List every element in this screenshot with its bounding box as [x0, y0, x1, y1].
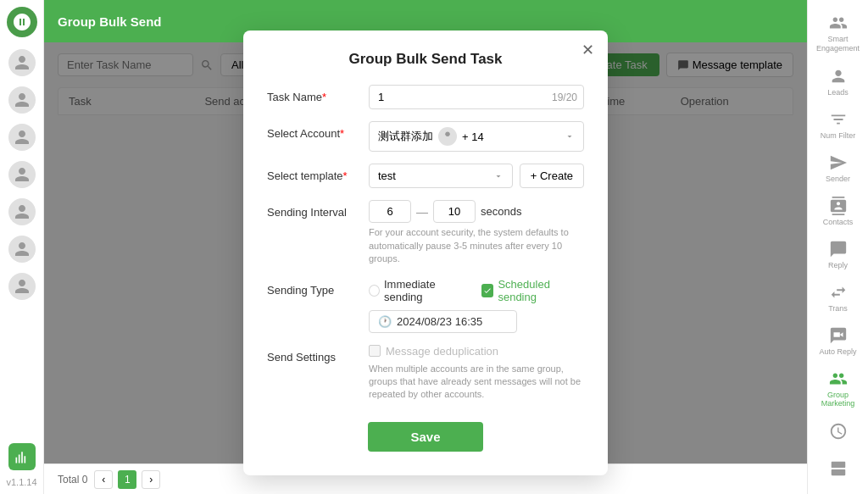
- right-smart-engagement[interactable]: SmartEngagement: [808, 7, 868, 60]
- template-chevron-icon: [493, 171, 504, 181]
- version-label: v1.1.14: [6, 477, 36, 487]
- selected-accounts: 测试群添加 + 14: [378, 127, 484, 146]
- dropdown-chevron-icon: [565, 131, 575, 142]
- immediate-label: Immediate sending: [384, 278, 470, 303]
- select-template-control: test + Create: [369, 164, 584, 188]
- account-avatar: [438, 127, 457, 146]
- sending-type-label: Sending Type: [267, 278, 369, 297]
- select-template-row: Select template* test + Create: [267, 164, 584, 188]
- prev-page-button[interactable]: ‹: [94, 470, 113, 489]
- select-account-control: 测试群添加 + 14: [369, 121, 584, 152]
- dedup-label: Message deduplication: [386, 345, 498, 358]
- modal-overlay: ✕ Group Bulk Send Task Task Name* 19/20 …: [44, 42, 807, 463]
- create-template-button[interactable]: + Create: [520, 164, 584, 188]
- topbar-title: Group Bulk Send: [58, 14, 162, 29]
- page-nav: ‹ 1 ›: [94, 470, 160, 489]
- sidebar-bottom: v1.1.14: [0, 438, 43, 487]
- immediate-sending-option[interactable]: Immediate sending: [369, 278, 470, 303]
- sending-type-row: Sending Type Immediate sending: [267, 278, 584, 333]
- sending-type-options: Immediate sending Scheduled sending: [369, 278, 584, 303]
- current-page: 1: [118, 470, 136, 489]
- sidebar-stats-icon[interactable]: [0, 438, 43, 475]
- modal-title: Group Bulk Send Task: [267, 51, 584, 68]
- sidebar-user-1[interactable]: [0, 44, 43, 81]
- sending-interval-control: — seconds For your account security, the…: [369, 200, 584, 265]
- task-name-control: 19/20: [369, 85, 584, 109]
- select-account-row: Select Account* 测试群添加 + 14: [267, 121, 584, 152]
- right-leads[interactable]: Leads: [808, 60, 868, 103]
- send-settings-label: Send Settings: [267, 345, 369, 364]
- account-name: 测试群添加: [378, 129, 433, 144]
- next-page-button[interactable]: ›: [142, 470, 160, 489]
- sidebar-user-4[interactable]: [0, 156, 43, 193]
- task-name-row: Task Name* 19/20: [267, 85, 584, 109]
- right-sidebar: SmartEngagement Leads Num Filter Sender …: [807, 0, 868, 494]
- sidebar-user-2[interactable]: [0, 81, 43, 119]
- modal-footer: Save: [267, 422, 584, 452]
- sending-interval-label: Sending Interval: [267, 200, 369, 219]
- right-settings[interactable]: [808, 490, 868, 494]
- interval-dash: —: [416, 205, 428, 219]
- modal-dialog: ✕ Group Bulk Send Task Task Name* 19/20 …: [243, 31, 608, 475]
- sending-type-control: Immediate sending Scheduled sending 🕐: [369, 278, 584, 333]
- send-settings-row: Send Settings Message deduplication When…: [267, 345, 584, 402]
- scheduled-checkbox: [481, 284, 494, 297]
- dedup-note: When multiple accounts are in the same g…: [369, 363, 584, 402]
- scheduled-sending-option[interactable]: Scheduled sending: [481, 278, 584, 303]
- main-content: Group Bulk Send All + Create Task Messag…: [44, 0, 807, 494]
- modal-close-button[interactable]: ✕: [581, 42, 594, 58]
- sidebar-user-7[interactable]: [0, 268, 43, 305]
- right-database[interactable]: [808, 452, 868, 485]
- char-count: 19/20: [552, 92, 577, 103]
- sidebar-user-3[interactable]: [0, 119, 43, 156]
- sidebar-user-6[interactable]: [0, 230, 43, 268]
- interval-unit: seconds: [481, 205, 521, 218]
- account-dropdown[interactable]: 测试群添加 + 14: [369, 121, 584, 152]
- template-dropdown[interactable]: test: [369, 164, 513, 188]
- datetime-picker[interactable]: 🕐 2024/08/23 16:35: [369, 310, 517, 333]
- content-area: All + Create Task Message template Task …: [44, 42, 807, 463]
- interval-note: For your account security, the system de…: [369, 226, 584, 265]
- account-more: + 14: [462, 130, 484, 143]
- right-clock[interactable]: [808, 415, 868, 447]
- left-sidebar: v1.1.14: [0, 0, 44, 494]
- dedup-checkbox[interactable]: [369, 345, 381, 357]
- right-group-marketing[interactable]: GroupMarketing: [808, 363, 868, 416]
- send-settings-control: Message deduplication When multiple acco…: [369, 345, 584, 402]
- scheduled-label: Scheduled sending: [498, 278, 584, 303]
- clock-icon: 🕐: [378, 315, 392, 328]
- interval-to-input[interactable]: [433, 200, 476, 223]
- task-name-label: Task Name*: [267, 85, 369, 103]
- right-trans[interactable]: Trans: [808, 276, 868, 319]
- total-label: Total 0: [58, 474, 87, 486]
- app-logo: [7, 7, 37, 37]
- right-contacts[interactable]: Contacts: [808, 190, 868, 233]
- interval-from-input[interactable]: [369, 200, 411, 223]
- sidebar-user-5[interactable]: [0, 193, 43, 230]
- sending-interval-row: Sending Interval — seconds For your acco…: [267, 200, 584, 265]
- right-reply[interactable]: Reply: [808, 233, 868, 276]
- save-button[interactable]: Save: [368, 422, 482, 452]
- dedup-row: Message deduplication: [369, 345, 498, 358]
- right-sender[interactable]: Sender: [808, 147, 868, 190]
- right-num-filter[interactable]: Num Filter: [808, 103, 868, 147]
- select-template-label: Select template*: [267, 164, 369, 182]
- select-account-label: Select Account*: [267, 121, 369, 140]
- right-auto-reply[interactable]: Auto Reply: [808, 319, 868, 363]
- template-value: test: [378, 169, 396, 182]
- interval-inputs: — seconds: [369, 200, 584, 223]
- immediate-radio: [369, 285, 380, 297]
- datetime-value: 2024/08/23 16:35: [397, 315, 482, 328]
